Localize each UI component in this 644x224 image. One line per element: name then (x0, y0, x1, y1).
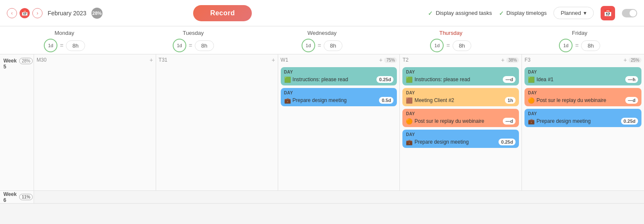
next-button[interactable]: › (32, 8, 43, 18)
task-card-t2-0[interactable]: Day 🟩 Instructions: please read —d (402, 67, 519, 85)
task-duration-f3-0: —h (625, 76, 638, 83)
prev-button[interactable]: ‹ (7, 8, 17, 18)
task-card-f3-0[interactable]: Day 🟩 Idea #1 —h (524, 67, 641, 85)
task-icon-w1-0: 🟩 (284, 77, 291, 83)
thursday-header: Thursday 1d = 8h (386, 30, 515, 52)
tuesday-hours: 8h (195, 40, 214, 51)
display-assigned-tasks-label: ✓ Display assigned tasks (428, 10, 492, 17)
progress-badge: 28% (91, 8, 103, 19)
task-title-t2-2: Post sur le replay du webinaire (414, 118, 501, 124)
task-icon-t2-0: 🟩 (406, 77, 413, 83)
task-title-t2-1: Meeting Client #2 (414, 97, 503, 103)
thursday-label: Thursday (439, 30, 462, 36)
task-icon-f3-0: 🟩 (528, 77, 535, 83)
week5-days-grid: M30 + T31 + W1 + 75% (34, 54, 644, 190)
task-title-f3-0: Idea #1 (536, 77, 624, 82)
chevron-down-icon: ▾ (584, 10, 587, 16)
red-arrow (458, 54, 496, 57)
week6-badge: 11% (19, 194, 33, 200)
toggle-switch[interactable] (622, 9, 637, 17)
cell-t31-add[interactable]: + (271, 57, 275, 63)
tuesday-label: Tuesday (183, 30, 204, 36)
cell-f3-label: F3 (524, 57, 530, 63)
task-card-t2-2[interactable]: Day 🟠 Post sur le replay du webinaire —d (402, 109, 519, 127)
cell-m30: M30 + (34, 54, 156, 190)
cell-f3-pct: 25% (629, 57, 641, 63)
task-icon-f3-2: 💼 (528, 118, 535, 125)
tuesday-circle: 1d (173, 39, 186, 52)
task-card-f3-2[interactable]: Day 💼 Prepare design meeting 0.25d (524, 109, 641, 127)
month-label: February 2023 (48, 10, 86, 17)
week6-label-col: Week 6 11% (0, 191, 34, 203)
cell-w1: W1 + 75% Day 🟩 Instructions: please read… (278, 54, 400, 190)
cell-w1-label: W1 (281, 57, 288, 63)
wednesday-label: Wednesday (308, 30, 336, 36)
cell-w1-pct: 75% (384, 57, 397, 63)
cell-t2-pct: 38% (506, 57, 519, 63)
header: ‹ 📅 › February 2023 28% Record ✓ Display… (0, 0, 644, 26)
friday-header: Friday 1d = 8h (515, 30, 644, 52)
monday-circle: 1d (44, 39, 57, 52)
week5-badge: 28% (19, 58, 33, 64)
cell-t31: T31 + (156, 54, 278, 190)
cell-f3: F3 + 25% Day 🟩 Idea #1 —h Day (522, 54, 644, 190)
nav-controls: ‹ 📅 › (7, 8, 43, 18)
task-card-w1-0[interactable]: Day 🟩 Instructions: please read 0.25d (281, 67, 397, 85)
cell-t2: T2 + 38% Day 🟩 Instructions: please read… (400, 54, 522, 190)
header-right: ✓ Display assigned tasks ✓ Display timel… (428, 6, 637, 20)
check-icon-assigned: ✓ (428, 10, 433, 17)
task-icon-t2-1: 🟫 (406, 97, 413, 104)
task-duration-t2-2: —d (503, 118, 516, 125)
week6-row: Week 6 11% (0, 191, 644, 204)
planned-dropdown[interactable]: Planned ▾ (553, 7, 594, 19)
calendar-body: Week 5 28% M30 + T31 + W1 (0, 54, 644, 204)
task-duration-w1-0: 0.25d (376, 76, 393, 83)
friday-circle: 1d (559, 39, 573, 52)
record-button[interactable]: Record (193, 5, 252, 21)
calendar-toggle-button[interactable]: 📅 (601, 6, 615, 20)
task-duration-t2-1: 1h (505, 97, 516, 104)
week5-label: Week 5 (3, 58, 17, 70)
cell-m30-add[interactable]: + (150, 57, 153, 63)
tuesday-header: Tuesday 1d = 8h (129, 30, 258, 52)
task-card-t2-1[interactable]: Day 🟫 Meeting Client #2 1h (402, 88, 519, 106)
task-icon-t2-3: 💼 (406, 139, 413, 145)
task-card-t2-3[interactable]: Day 💼 Prepare design meeting 0.25d (402, 130, 519, 148)
monday-header: Monday 1d = 8h (0, 30, 129, 52)
task-icon-f3-1: 🟠 (528, 97, 535, 104)
task-title-f3-1: Post sur le replay du webinaire (536, 97, 624, 103)
task-card-f3-1[interactable]: Day 🟠 Post sur le replay du webinaire —d (524, 88, 641, 106)
task-icon-t2-2: 🟠 (406, 118, 413, 125)
day-headers: Monday 1d = 8h Tuesday 1d = 8h Wednesday… (0, 26, 644, 54)
cell-f3-add[interactable]: + (624, 57, 627, 63)
wednesday-circle: 1d (302, 39, 315, 52)
task-title-f3-2: Prepare design meeting (536, 118, 619, 124)
thursday-hours: 8h (453, 40, 471, 51)
cell-m30-label: M30 (37, 57, 46, 63)
wednesday-header: Wednesday 1d = 8h (258, 30, 387, 52)
task-title-t2-0: Instructions: please read (414, 77, 501, 82)
friday-label: Friday (572, 30, 587, 36)
task-icon-w1-1: 💼 (284, 97, 291, 104)
display-timelogs-label: ✓ Display timelogs (499, 10, 547, 17)
week5-row: Week 5 28% M30 + T31 + W1 (0, 54, 644, 191)
task-duration-f3-2: 0.25d (621, 118, 638, 125)
task-duration-w1-1: 0.5d (379, 97, 393, 104)
check-icon-timelogs: ✓ (499, 10, 504, 17)
cell-t2-add[interactable]: + (501, 57, 504, 63)
task-card-w1-1[interactable]: Day 💼 Prepare design meeting 0.5d (281, 88, 397, 106)
task-title-w1-1: Prepare design meeting (293, 97, 378, 103)
cell-t31-label: T31 (159, 57, 168, 63)
monday-label: Monday (54, 30, 74, 36)
week5-label-col: Week 5 28% (0, 54, 34, 190)
wednesday-hours: 8h (324, 40, 342, 51)
task-title-w1-0: Instructions: please read (293, 77, 375, 82)
cell-t2-label: T2 (402, 57, 408, 63)
calendar-icon: 📅 (20, 8, 30, 18)
task-title-t2-3: Prepare design meeting (414, 139, 497, 145)
thursday-circle: 1d (430, 39, 444, 52)
task-duration-f3-1: —d (625, 97, 638, 104)
task-duration-t2-0: —d (503, 76, 516, 83)
cell-w1-add[interactable]: + (379, 57, 382, 63)
friday-hours: 8h (581, 40, 600, 51)
